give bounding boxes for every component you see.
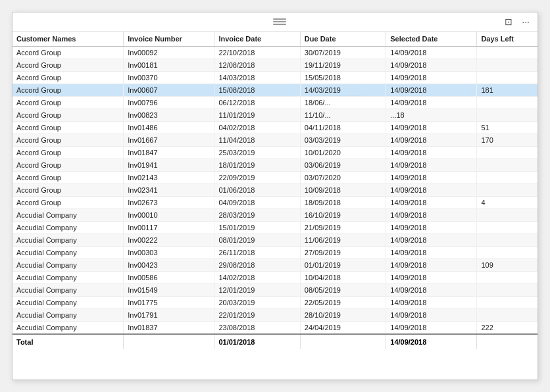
cell-selected-date: 14/09/2018 xyxy=(386,122,477,134)
cell-invoice-number: Inv00092 xyxy=(124,47,214,59)
col-header-due-date[interactable]: Due Date xyxy=(300,32,386,47)
table-row[interactable]: Accord GroupInv0234101/06/201810/09/2018… xyxy=(12,184,538,197)
cell-due-date: 18/09/2018 xyxy=(300,197,386,209)
cell-customer: Accudial Company xyxy=(12,222,124,234)
table-row[interactable]: Accord GroupInv0079606/12/201818/06/...1… xyxy=(12,97,538,109)
table-row[interactable]: Accord GroupInv0018112/08/201819/11/2019… xyxy=(12,59,538,72)
cell-invoice-number: Inv00796 xyxy=(124,97,214,109)
cell-days-left xyxy=(477,172,538,184)
table-row[interactable]: Accord GroupInv0037014/03/201815/05/2018… xyxy=(12,72,538,84)
cell-due-date: 10/04/2018 xyxy=(300,272,386,284)
main-window: ⊡ ··· Customer Names Invoice Number Invo… xyxy=(12,12,538,380)
cell-selected-date: 14/09/2018 xyxy=(386,184,477,197)
table-row[interactable]: Accord GroupInv0148604/02/201804/11/2018… xyxy=(12,122,538,134)
table-row[interactable]: Accord GroupInv0267304/09/201818/09/2018… xyxy=(12,197,538,209)
cell-invoice-date: 04/02/2018 xyxy=(214,122,300,134)
table-row[interactable]: Accord GroupInv0194118/01/201903/06/2019… xyxy=(12,159,538,172)
cell-invoice-number: Inv00010 xyxy=(124,209,214,222)
cell-invoice-date: 29/08/2018 xyxy=(214,259,300,272)
cell-days-left: 170 xyxy=(477,134,538,147)
cell-days-left xyxy=(477,109,538,122)
cell-invoice-date: 11/01/2019 xyxy=(214,109,300,122)
table-row[interactable]: Accudial CompanyInv0030326/11/201827/09/… xyxy=(12,247,538,259)
cell-invoice-number: Inv00303 xyxy=(124,247,214,259)
cell-days-left: 4 xyxy=(477,197,538,209)
drag-handle-area[interactable] xyxy=(273,18,286,25)
table-row[interactable]: Accudial CompanyInv0022208/01/201911/06/… xyxy=(12,234,538,247)
col-header-invoice-number[interactable]: Invoice Number xyxy=(124,32,214,47)
cell-invoice-number: Inv02341 xyxy=(124,184,214,197)
cell-invoice-date: 08/01/2019 xyxy=(214,234,300,247)
col-header-selected-date[interactable]: Selected Date xyxy=(386,32,477,47)
cell-days-left xyxy=(477,47,538,59)
col-header-customer[interactable]: Customer Names xyxy=(12,32,124,47)
cell-days-left xyxy=(477,159,538,172)
cell-invoice-date: 01/06/2018 xyxy=(214,184,300,197)
table-row[interactable]: Accudial CompanyInv0154912/01/201908/05/… xyxy=(12,284,538,297)
cell-invoice-number: Inv01847 xyxy=(124,147,214,159)
cell-customer: Accord Group xyxy=(12,97,124,109)
expand-button[interactable]: ⊡ xyxy=(502,15,515,28)
cell-selected-date: 14/09/2018 xyxy=(386,322,477,335)
table-row[interactable]: Accord GroupInv0009222/10/201830/07/2019… xyxy=(12,47,538,59)
table-row[interactable]: Accudial CompanyInv0001028/03/201916/10/… xyxy=(12,209,538,222)
cell-due-date: 04/11/2018 xyxy=(300,122,386,134)
cell-invoice-number: Inv00586 xyxy=(124,272,214,284)
cell-invoice-date: 22/10/2018 xyxy=(214,47,300,59)
cell-selected-date: 14/09/2018 xyxy=(386,309,477,322)
cell-invoice-number: Inv01549 xyxy=(124,284,214,297)
cell-invoice-date: 14/03/2018 xyxy=(214,72,300,84)
cell-selected-date: 14/09/2018 xyxy=(386,147,477,159)
table-row[interactable]: Accudial CompanyInv0058614/02/201810/04/… xyxy=(12,272,538,284)
cell-due-date: 11/10/... xyxy=(300,109,386,122)
cell-invoice-date: 12/01/2019 xyxy=(214,284,300,297)
table-row[interactable]: Accord GroupInv0184725/03/201910/01/2020… xyxy=(12,147,538,159)
col-header-days-left[interactable]: Days Left xyxy=(477,32,538,47)
cell-customer: Accord Group xyxy=(12,109,124,122)
cell-selected-date: 14/09/2018 xyxy=(386,159,477,172)
cell-customer: Accudial Company xyxy=(12,247,124,259)
table-row[interactable]: Accudial CompanyInv0179122/01/201928/10/… xyxy=(12,309,538,322)
cell-days-left: 109 xyxy=(477,259,538,272)
table-row[interactable]: Accord GroupInv0082311/01/201911/10/....… xyxy=(12,109,538,122)
cell-due-date: 03/03/2019 xyxy=(300,134,386,147)
table-row[interactable]: Accudial CompanyInv0042329/08/201801/01/… xyxy=(12,259,538,272)
cell-days-left xyxy=(477,247,538,259)
cell-customer: Accudial Company xyxy=(12,297,124,309)
cell-selected-date: 14/09/2018 xyxy=(386,222,477,234)
table-container[interactable]: Customer Names Invoice Number Invoice Da… xyxy=(12,32,538,380)
cell-days-left xyxy=(477,222,538,234)
cell-invoice-date: 20/03/2019 xyxy=(214,297,300,309)
table-row[interactable]: Accudial CompanyInv0011715/01/201921/09/… xyxy=(12,222,538,234)
cell-selected-date: 14/09/2018 xyxy=(386,234,477,247)
cell-customer: Accord Group xyxy=(12,147,124,159)
col-header-invoice-date[interactable]: Invoice Date xyxy=(214,32,300,47)
cell-due-date: 10/01/2020 xyxy=(300,147,386,159)
cell-invoice-date: 04/09/2018 xyxy=(214,197,300,209)
cell-customer: Accudial Company xyxy=(12,322,124,335)
cell-selected-date: ...18 xyxy=(386,109,477,122)
cell-customer: Accord Group xyxy=(12,184,124,197)
cell-due-date: 16/10/2019 xyxy=(300,209,386,222)
titlebar: ⊡ ··· xyxy=(12,12,538,32)
table-row[interactable]: Accudial CompanyInv0183723/08/201824/04/… xyxy=(12,322,538,335)
cell-invoice-number: Inv01775 xyxy=(124,297,214,309)
cell-invoice-date: 12/08/2018 xyxy=(214,59,300,72)
table-row[interactable]: Accord GroupInv0060715/08/201814/03/2019… xyxy=(12,84,538,97)
cell-days-left xyxy=(477,272,538,284)
cell-invoice-number: Inv01486 xyxy=(124,122,214,134)
cell-invoice-date: 18/01/2019 xyxy=(214,159,300,172)
table-row[interactable]: Accord GroupInv0166711/04/201803/03/2019… xyxy=(12,134,538,147)
cell-due-date: 22/05/2019 xyxy=(300,297,386,309)
cell-customer: Accord Group xyxy=(12,172,124,184)
cell-due-date: 15/05/2018 xyxy=(300,72,386,84)
drag-handle-icon xyxy=(273,18,286,25)
table-row[interactable]: Accudial CompanyInv0177520/03/201922/05/… xyxy=(12,297,538,309)
cell-customer: Accord Group xyxy=(12,59,124,72)
more-options-button[interactable]: ··· xyxy=(519,15,532,28)
cell-selected-date: 14/09/2018 xyxy=(386,84,477,97)
cell-invoice-number: Inv02143 xyxy=(124,172,214,184)
cell-selected-date: 14/09/2018 xyxy=(386,134,477,147)
table-row[interactable]: Accord GroupInv0214322/09/201903/07/2020… xyxy=(12,172,538,184)
cell-invoice-date: 22/01/2019 xyxy=(214,309,300,322)
